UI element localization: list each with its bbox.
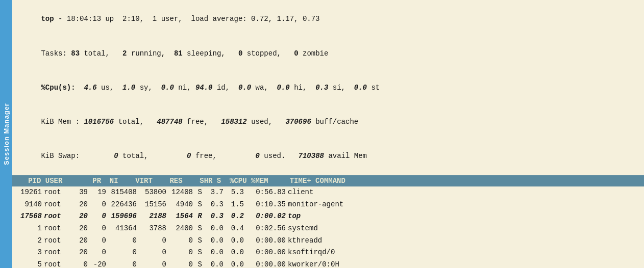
tasks-stopped-val: 0: [226, 49, 243, 58]
cpu-id-val: 94.0: [191, 84, 213, 92]
session-manager-tab[interactable]: Session Manager: [0, 0, 12, 268]
process-table: PID USER PR NI VIRT RES SHR S %CPU %MEM …: [12, 175, 644, 268]
table-row: 9140root200226436151564940S0.31.50:10.35…: [12, 199, 644, 211]
table-row: 19261root39198154085380012408S3.75.30:56…: [12, 186, 644, 199]
tasks-total-val: 83: [67, 49, 80, 58]
cpu-st-val: 0.0: [345, 84, 367, 92]
swap-total-val: 0: [80, 152, 118, 160]
cpu-sy-val: 1.0: [114, 84, 135, 92]
tasks-zombie-val: 0: [281, 49, 299, 58]
tasks-sleeping-val: 81: [165, 49, 183, 58]
table-header-row: PID USER PR NI VIRT RES SHR S %CPU %MEM …: [12, 175, 644, 186]
table-row: 2root200000S0.00.00:00.00kthreadd: [12, 235, 644, 247]
header-line2: Tasks: 83 total, 2 running, 81 sleeping,…: [15, 36, 641, 70]
top-info-section: top - 18:04:13 up 2:10, 1 user, load ave…: [12, 0, 644, 175]
cpu-si-val: 0.3: [307, 84, 328, 92]
tasks-label: Tasks:: [41, 49, 66, 58]
cpu-ni-val: 0.0: [153, 84, 174, 92]
tasks-stopped-text: stopped,: [242, 49, 281, 58]
tasks-zombie-text: zombie: [299, 49, 329, 58]
swap-label: KiB Swap:: [41, 152, 80, 160]
tasks-running-val: 2: [110, 49, 127, 58]
mem-total-val: 1016756: [80, 118, 114, 126]
header-line1: top - 18:04:13 up 2:10, 1 user, load ave…: [15, 2, 641, 36]
table-row: 1root2004136437882400S0.00.40:02.56syste…: [12, 223, 644, 235]
table-row: 5root0-20000S0.00.00:00.00kworker/0:0H: [12, 259, 644, 268]
cpu-hi-val: 0.0: [268, 84, 290, 92]
top-label: top: [41, 15, 54, 23]
swap-used-val: 0: [217, 152, 260, 160]
table-row: 3root200000S0.00.00:00.00ksoftirqd/0: [12, 247, 644, 259]
swap-free-val: 0: [148, 152, 191, 160]
tasks-running-text: running,: [127, 49, 165, 58]
main-content: top - 18:04:13 up 2:10, 1 user, load ave…: [12, 0, 644, 268]
mem-used-val: 158312: [208, 118, 247, 126]
header-line5: KiB Swap: 0 total, 0 free, 0 used. 71038…: [15, 139, 641, 173]
cpu-wa-val: 0.0: [230, 84, 251, 92]
header-line1-rest: - 18:04:13 up 2:10, 1 user, load average…: [54, 15, 320, 23]
cpu-label: %Cpu(s):: [41, 84, 75, 92]
table-row: 17568root20015969621881564R0.30.20:00.02…: [12, 210, 644, 223]
swap-avail-val: 710388: [285, 152, 324, 160]
mem-free-val: 487748: [144, 118, 183, 126]
cpu-us-val: 4.6: [76, 84, 97, 92]
tasks-total-text: total,: [80, 49, 110, 58]
header-line4: KiB Mem : 1016756 total, 487748 free, 15…: [15, 105, 641, 139]
mem-label: KiB Mem :: [41, 118, 80, 126]
header-line3: %Cpu(s): 4.6 us, 1.0 sy, 0.0 ni, 94.0 id…: [15, 70, 641, 104]
mem-buff-val: 370696: [273, 118, 311, 126]
tasks-sleeping-text: sleeping,: [183, 49, 226, 58]
table-body: 19261root39198154085380012408S3.75.30:56…: [12, 186, 644, 268]
